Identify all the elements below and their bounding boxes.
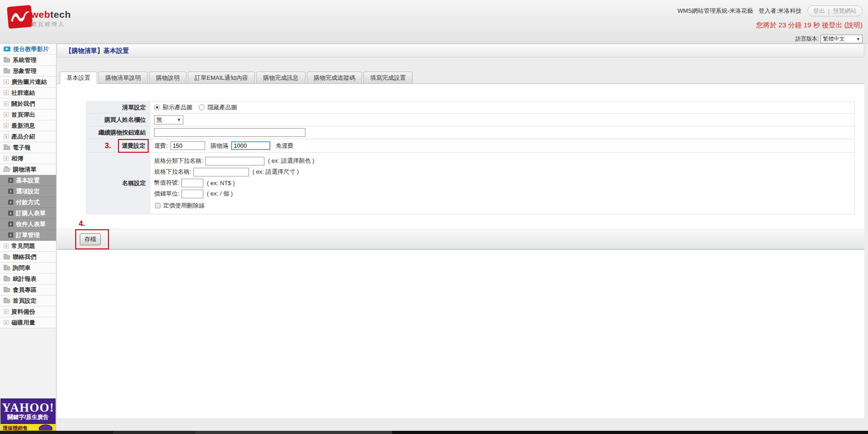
sidebar-item-label: 社群連結 bbox=[11, 89, 35, 97]
form-row-list-setting: 清單設定 顯示產品圖 隱藏產品圖 bbox=[87, 102, 854, 114]
session-timeout-notice[interactable]: 您將於 23 分鐘 19 秒 後登出 (說明) bbox=[756, 21, 863, 30]
sidebar-item-label: 系統管理 bbox=[13, 56, 36, 64]
naming-subrow: 幣值符號: ( ex: NT$ ) bbox=[154, 177, 314, 188]
naming-subrows: 規格分類下拉名稱: ( ex: 請選擇顏色 ) 規格下拉名稱: ( ex: 請選… bbox=[154, 155, 314, 199]
sidebar-item[interactable]: 統計報表 bbox=[0, 274, 56, 284]
sidebar-item[interactable]: 關於我們 bbox=[0, 98, 56, 109]
sidebar-item-label: 相簿 bbox=[11, 155, 23, 163]
page-title: 【購物清單】基本設置 bbox=[57, 44, 864, 57]
naming-field-input[interactable] bbox=[181, 190, 203, 198]
row-label: 購買人姓名欄位 bbox=[87, 114, 150, 126]
free-threshold-input[interactable] bbox=[231, 141, 270, 150]
sidebar-item[interactable]: 常見問題 bbox=[0, 241, 56, 252]
sidebar-item-label: 資料備份 bbox=[11, 308, 35, 316]
naming-field-hint: ( ex: 請選擇尺寸 ) bbox=[253, 168, 299, 176]
sidebar-item-label: 基本設置 bbox=[16, 176, 40, 185]
sidebar-item-label: 訂購人表單 bbox=[16, 209, 46, 217]
taskbar-segment bbox=[392, 431, 868, 434]
arrow-icon bbox=[4, 112, 9, 117]
naming-field-label: 規格分類下拉名稱: bbox=[154, 157, 203, 165]
strikethrough-price-label: 定價使用刪除線 bbox=[163, 202, 205, 210]
header-right: WMS網站管理系統-米洛花藝 登入者:米洛科技 登出 | 預覽網站 您將於 23… bbox=[677, 5, 863, 43]
sidebar-items: 後台教學影片 系統管理 形象管理 廣告圖片連結 社群連結 關於我們 首頁彈出 最… bbox=[0, 44, 56, 328]
tab[interactable]: 購物完成追蹤碼 bbox=[307, 72, 362, 83]
system-title: WMS網站管理系統-米洛花藝 bbox=[677, 7, 753, 15]
preview-site-button[interactable]: 預覽網站 bbox=[833, 7, 857, 15]
language-select[interactable]: 繁體中文 ▼ bbox=[821, 35, 863, 43]
login-user: 登入者:米洛科技 bbox=[759, 7, 802, 15]
arrow-icon bbox=[4, 101, 9, 106]
sidebar-item[interactable]: 付款方式 bbox=[0, 197, 56, 208]
naming-field-input[interactable] bbox=[181, 179, 203, 187]
sidebar-item[interactable]: 系統管理 bbox=[0, 55, 56, 66]
sidebar-item[interactable]: 形象管理 bbox=[0, 66, 56, 77]
buyer-name-select[interactable]: 無 ▼ bbox=[154, 115, 183, 124]
shipping-fee-input[interactable] bbox=[170, 141, 205, 150]
sidebar-item[interactable]: 基本設置 bbox=[0, 175, 56, 186]
naming-field-input[interactable] bbox=[193, 168, 249, 176]
sidebar-item[interactable]: 首頁彈出 bbox=[0, 109, 56, 120]
naming-field-hint: ( ex: 請選擇顏色 ) bbox=[268, 157, 315, 165]
tab[interactable]: 購物清單說明 bbox=[98, 72, 148, 83]
arrow-icon bbox=[4, 156, 9, 161]
radio-hide-product-image[interactable] bbox=[199, 104, 205, 110]
ad-strip-text: 環媒體銷售 bbox=[3, 425, 28, 431]
arrow-icon bbox=[4, 320, 9, 325]
sidebar-item[interactable]: 訂單管理 bbox=[0, 230, 56, 241]
naming-field-input[interactable] bbox=[205, 157, 264, 165]
sidebar-item[interactable]: 詢問車 bbox=[0, 263, 56, 274]
shipping-fee-label: 運費: bbox=[154, 142, 168, 150]
sidebar-item[interactable]: 電子報 bbox=[0, 142, 56, 153]
sidebar-spacer bbox=[0, 328, 56, 398]
sidebar-item[interactable]: 訂購人表單 bbox=[0, 208, 56, 219]
tab[interactable]: 基本設置 bbox=[60, 72, 97, 84]
yahoo-ad-banner[interactable]: YAHOO! 關鍵字/原生廣告 環媒體銷售 bbox=[0, 398, 56, 431]
arrow-icon bbox=[4, 90, 9, 95]
submenu-arrow-icon bbox=[8, 200, 13, 205]
sidebar-item[interactable]: 相簿 bbox=[0, 153, 56, 164]
tab[interactable]: 購物完成訊息 bbox=[256, 72, 305, 83]
sidebar: 後台教學影片 系統管理 形象管理 廣告圖片連結 社群連結 關於我們 首頁彈出 最… bbox=[0, 44, 57, 431]
sidebar-item[interactable]: 聯絡我們 bbox=[0, 252, 56, 263]
webtech-logo-icon bbox=[6, 4, 35, 30]
tab[interactable]: 訂單EMAIL通知內容 bbox=[188, 72, 255, 83]
submenu-arrow-icon bbox=[8, 232, 13, 238]
free-shipping-suffix: 免運費 bbox=[276, 142, 294, 150]
sidebar-item[interactable]: 會員專區 bbox=[0, 284, 56, 295]
naming-field-hint: ( ex: NT$ ) bbox=[207, 180, 235, 186]
naming-field-label: 規格下拉名稱: bbox=[154, 168, 191, 176]
radio-show-product-image[interactable] bbox=[154, 104, 160, 110]
continue-shopping-link-input[interactable] bbox=[154, 128, 305, 137]
sidebar-item[interactable]: 廣告圖片連結 bbox=[0, 77, 56, 88]
sidebar-item-label: 付款方式 bbox=[16, 198, 40, 207]
sidebar-item[interactable]: 產品介紹 bbox=[0, 131, 56, 142]
sidebar-item[interactable]: 後台教學影片 bbox=[0, 44, 56, 55]
taskbar-segment bbox=[0, 431, 114, 434]
naming-subrow: 價錢單位: ( ex: / 個 ) bbox=[154, 188, 314, 199]
sidebar-item[interactable]: 選項設定 bbox=[0, 186, 56, 197]
content-panel: 清單設定 顯示產品圖 隱藏產品圖 購買人姓名欄位 無 ▼ 繼 bbox=[57, 83, 864, 418]
sidebar-item[interactable]: 首頁設定 bbox=[0, 295, 56, 306]
play-icon bbox=[4, 46, 10, 52]
sidebar-item[interactable]: 購物清單 bbox=[0, 164, 56, 175]
sidebar-item-label: 產品介紹 bbox=[11, 133, 35, 141]
folder-icon bbox=[4, 277, 10, 281]
strikethrough-price-checkbox[interactable] bbox=[155, 203, 160, 208]
sidebar-item[interactable]: 收件人表單 bbox=[0, 219, 56, 230]
tab[interactable]: 填寫完成設置 bbox=[363, 72, 413, 83]
sidebar-item[interactable]: 社群連結 bbox=[0, 88, 56, 98]
tab[interactable]: 購物說明 bbox=[149, 72, 186, 83]
sidebar-item[interactable]: 磁碟用量 bbox=[0, 317, 56, 328]
submenu-arrow-icon bbox=[8, 189, 13, 194]
taskbar[interactable] bbox=[0, 431, 868, 434]
sidebar-item[interactable]: 資料備份 bbox=[0, 306, 56, 317]
sidebar-item[interactable]: 最新消息 bbox=[0, 120, 56, 131]
save-button-highlight-box: 存檔 bbox=[75, 229, 109, 249]
sidebar-item-label: 訂單管理 bbox=[16, 231, 40, 239]
folder-icon bbox=[4, 255, 10, 259]
sidebar-item-label: 關於我們 bbox=[11, 100, 35, 108]
logout-button[interactable]: 登出 bbox=[813, 7, 825, 15]
row-label: 名稱設定 bbox=[87, 153, 150, 214]
save-button[interactable]: 存檔 bbox=[80, 233, 101, 245]
taskbar-segment bbox=[114, 431, 196, 434]
